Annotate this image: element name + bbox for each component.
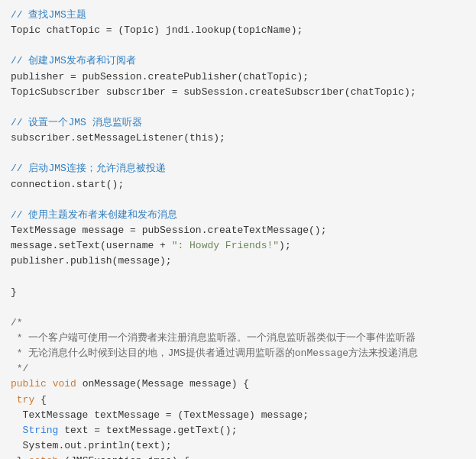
- code-line: public void onMessage(Message message) {: [11, 377, 465, 392]
- code-line: [11, 146, 465, 161]
- code-line: [11, 38, 465, 53]
- code-line: [11, 300, 465, 315]
- code-line: // 启动JMS连接；允许消息被投递: [11, 161, 465, 176]
- code-line: subscriber.setMessageListener(this);: [11, 131, 465, 146]
- code-line: } catch (JMSException jmse) {: [11, 454, 465, 459]
- code-line: // 设置一个JMS 消息监听器: [11, 115, 465, 131]
- code-container: // 查找JMS主题 Topic chatTopic = (Topic) jnd…: [0, 0, 476, 459]
- code-line: System.out.println(text);: [11, 438, 465, 454]
- code-line: Topic chatTopic = (Topic) jndi.lookup(to…: [11, 23, 465, 38]
- code-line: TextMessage textMessage = (TextMessage) …: [11, 408, 465, 423]
- code-line: * 一个客户端可使用一个消费者来注册消息监听器。一个消息监听器类似于一个事件监听…: [11, 331, 465, 346]
- code-line: message.setText(username + ": Howdy Frie…: [11, 238, 465, 254]
- code-line: * 无论消息什么时候到达目的地，JMS提供者通过调用监听器的onMessage方…: [11, 346, 465, 361]
- code-line: TextMessage message = pubSession.createT…: [11, 223, 465, 238]
- code-line: [11, 192, 465, 208]
- code-line: }: [11, 285, 465, 300]
- code-line: // 查找JMS主题: [11, 8, 465, 23]
- code-line: TopicSubscriber subscriber = subSession.…: [11, 85, 465, 100]
- code-line: // 使用主题发布者来创建和发布消息: [11, 208, 465, 223]
- code-line: connection.start();: [11, 177, 465, 192]
- code-line: try {: [11, 393, 465, 408]
- code-line: String text = textMessage.getText();: [11, 423, 465, 438]
- code-line: publisher = pubSession.createPublisher(c…: [11, 69, 465, 85]
- code-line: */: [11, 361, 465, 377]
- code-line: [11, 100, 465, 115]
- code-line: publisher.publish(message);: [11, 254, 465, 269]
- code-line: // 创建JMS发布者和订阅者: [11, 53, 465, 69]
- code-line: /*: [11, 315, 465, 331]
- code-block: // 查找JMS主题 Topic chatTopic = (Topic) jnd…: [11, 8, 465, 459]
- code-line: [11, 269, 465, 284]
